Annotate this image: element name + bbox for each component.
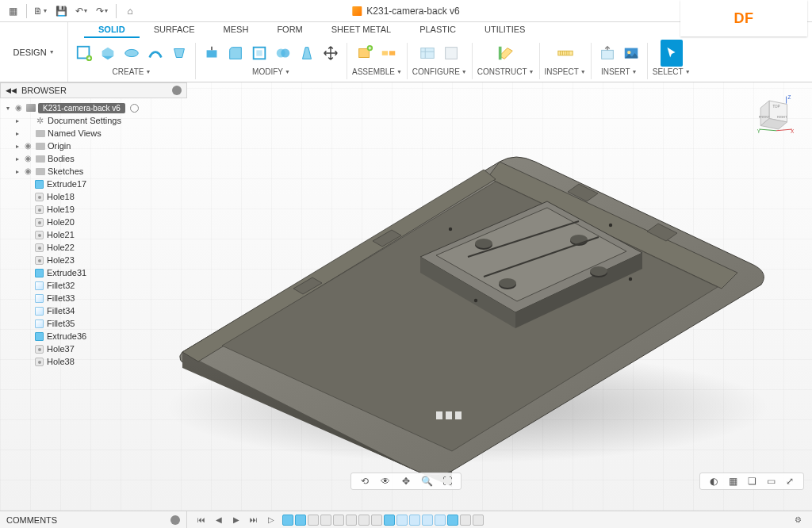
- group-configure: CONFIGURE▼: [408, 40, 472, 76]
- grid-toggle-icon[interactable]: ▦: [726, 474, 740, 488]
- tree-node[interactable]: ▸Named Views: [2, 127, 187, 140]
- theme-icon[interactable]: [440, 40, 462, 67]
- timeline-fwd-icon[interactable]: ▶: [230, 514, 243, 526]
- tree-node[interactable]: Hole22: [2, 241, 187, 254]
- tree-node[interactable]: ▸◉Sketches: [2, 165, 187, 178]
- press-pull-icon[interactable]: [201, 40, 223, 67]
- fit-icon[interactable]: ⛶: [440, 474, 454, 488]
- tree-node-label: Fillet33: [47, 293, 75, 303]
- shell-icon[interactable]: [248, 40, 270, 67]
- camera-icon[interactable]: ▭: [764, 474, 778, 488]
- tree-node[interactable]: Fillet33: [2, 292, 187, 304]
- home-icon[interactable]: ⌂: [121, 2, 140, 21]
- tree-node-label: Extrude36: [47, 331, 86, 341]
- tree-node[interactable]: ▸◉Bodies: [2, 152, 187, 165]
- tab-mesh[interactable]: MESH: [209, 22, 263, 38]
- tree-node[interactable]: Hole23: [2, 254, 187, 266]
- tree-node-label: Hole23: [47, 255, 75, 265]
- tree-node[interactable]: Extrude17: [2, 178, 187, 190]
- redo-icon[interactable]: ↷▼: [93, 2, 112, 21]
- timeline-start-icon[interactable]: ⏮: [195, 514, 208, 526]
- tree-node[interactable]: Fillet32: [2, 279, 187, 292]
- tree-node[interactable]: Hole38: [2, 355, 187, 368]
- tree-node-label: Bodies: [48, 154, 75, 163]
- measure-icon[interactable]: [554, 40, 576, 67]
- tree-node[interactable]: Hole21: [2, 228, 187, 241]
- tab-utilities[interactable]: UTILITIES: [470, 22, 539, 38]
- apps-grid-icon[interactable]: ▦: [3, 2, 22, 21]
- revolve-icon[interactable]: [121, 40, 143, 67]
- tree-node[interactable]: Hole20: [2, 216, 187, 228]
- timeline-play-icon[interactable]: ▷: [265, 514, 278, 526]
- loft-icon[interactable]: [168, 40, 190, 67]
- undo-icon[interactable]: ↶▼: [72, 2, 91, 21]
- tree-node-label: Sketches: [48, 166, 83, 176]
- group-insert-label[interactable]: INSERT▼: [601, 67, 637, 76]
- tree-node[interactable]: ▸Document Settings: [2, 114, 187, 127]
- fillet-icon[interactable]: [224, 40, 247, 67]
- joint-icon[interactable]: [377, 40, 400, 67]
- plane-icon[interactable]: [495, 40, 517, 67]
- tree-node-label: Hole38: [47, 357, 75, 366]
- tree-node[interactable]: Hole19: [2, 203, 187, 216]
- display-style-icon[interactable]: ◐: [707, 474, 721, 488]
- new-component-icon[interactable]: [354, 40, 376, 67]
- sweep-icon[interactable]: [144, 40, 167, 67]
- group-inspect-label[interactable]: INSPECT▼: [545, 67, 586, 76]
- tree-node[interactable]: Extrude36: [2, 330, 187, 342]
- tab-form[interactable]: FORM: [262, 22, 316, 38]
- tree-root[interactable]: ▾◉ K231-camera-back v6: [2, 101, 187, 114]
- zoom-icon[interactable]: 🔍: [419, 474, 434, 488]
- group-assemble: ASSEMBLE▼: [347, 40, 407, 76]
- tree-node-label: Hole37: [47, 344, 75, 354]
- viewport-icon[interactable]: ❏: [745, 474, 759, 488]
- tree-node[interactable]: Hole37: [2, 342, 187, 355]
- config-table-icon[interactable]: [416, 40, 439, 67]
- group-select-label[interactable]: SELECT▼: [653, 67, 691, 76]
- combine-icon[interactable]: [272, 40, 294, 67]
- timeline-features[interactable]: [282, 515, 484, 526]
- comments-panel-toggle[interactable]: COMMENTS: [0, 511, 187, 528]
- insert-decal-icon[interactable]: [620, 40, 642, 67]
- select-icon[interactable]: [661, 40, 683, 67]
- save-icon[interactable]: 💾: [52, 2, 71, 21]
- tree-node-label: Hole20: [47, 217, 75, 227]
- timeline-settings-icon[interactable]: ⚙: [791, 514, 804, 526]
- svg-text:TOP: TOP: [772, 105, 779, 109]
- extrude-create-icon[interactable]: [97, 40, 119, 67]
- tab-solid[interactable]: SOLID: [84, 22, 140, 38]
- group-inspect: INSPECT▼: [540, 40, 591, 76]
- tree-node[interactable]: Hole18: [2, 190, 187, 203]
- pan-icon[interactable]: ✥: [399, 474, 413, 488]
- tree-node[interactable]: ▸◉Origin: [2, 140, 187, 152]
- browser-header[interactable]: ◀◀ BROWSER: [0, 82, 187, 98]
- ribbon-groups: CREATE▼ MODIFY▼: [68, 38, 812, 82]
- activate-component-icon[interactable]: [130, 104, 139, 113]
- new-sketch-icon[interactable]: [73, 40, 95, 67]
- insert-derive-icon[interactable]: [596, 40, 619, 67]
- draft-icon[interactable]: [296, 40, 318, 67]
- group-create-label[interactable]: CREATE▼: [113, 67, 151, 76]
- group-construct-label[interactable]: CONSTRUCT▼: [477, 67, 534, 76]
- tree-node[interactable]: Fillet35: [2, 317, 187, 330]
- file-icon[interactable]: 🗎▼: [31, 2, 50, 21]
- comments-options-icon[interactable]: [170, 515, 180, 525]
- timeline-back-icon[interactable]: ◀: [213, 514, 225, 526]
- tab-plastic[interactable]: PLASTIC: [405, 22, 470, 38]
- svg-rect-32: [436, 411, 442, 419]
- tree-node[interactable]: Fillet34: [2, 304, 187, 317]
- group-configure-label[interactable]: CONFIGURE▼: [412, 67, 467, 76]
- timeline-end-icon[interactable]: ⏭: [247, 514, 260, 526]
- orbit-icon[interactable]: ⟲: [358, 474, 372, 488]
- tree-node[interactable]: Extrude31: [2, 266, 187, 279]
- tab-surface[interactable]: SURFACE: [140, 22, 209, 38]
- group-modify-label[interactable]: MODIFY▼: [252, 67, 290, 76]
- tab-sheet-metal[interactable]: SHEET METAL: [317, 22, 405, 38]
- browser-options-icon[interactable]: [172, 86, 182, 95]
- look-icon[interactable]: 👁: [378, 474, 393, 488]
- group-assemble-label[interactable]: ASSEMBLE▼: [352, 67, 402, 76]
- workspace-switcher[interactable]: DESIGN▼: [0, 22, 68, 82]
- expand-icon[interactable]: ⤢: [783, 474, 797, 488]
- move-icon[interactable]: [320, 40, 342, 67]
- view-cube[interactable]: TOP FRONT RIGHT X Y Z: [755, 94, 798, 136]
